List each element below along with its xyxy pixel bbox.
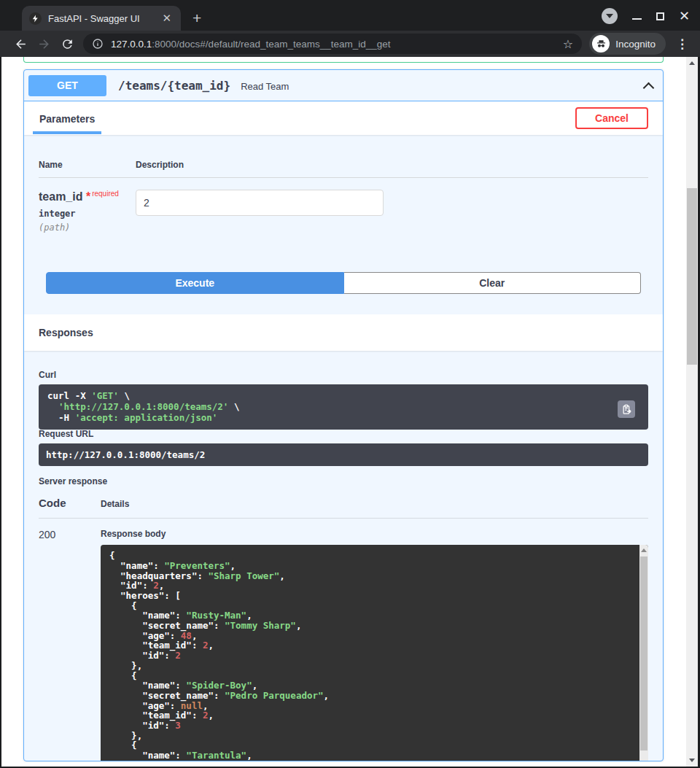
curl-command-block: curl -X 'GET' \ 'http://127.0.0.1:8000/t… [39, 384, 648, 430]
address-bar[interactable]: 127.0.0.1:8000/docs#/default/read_team_t… [83, 34, 582, 54]
tab-parameters[interactable]: Parameters [33, 102, 101, 134]
required-star: * [86, 190, 90, 203]
parameter-location: (path) [39, 222, 136, 233]
copy-to-clipboard-button[interactable] [618, 400, 635, 418]
incognito-label: Incognito [615, 39, 656, 50]
response-body-scrollbar[interactable] [639, 545, 648, 761]
parameter-name: team_id [39, 190, 82, 203]
response-body-label: Response body [101, 529, 648, 539]
window-close-icon[interactable]: ✕ [679, 9, 690, 23]
browser-chrome: FastAPI - Swagger UI ✕ + ✕ 127.0.0.1:800… [0, 0, 700, 57]
parameter-type: integer [39, 209, 136, 219]
name-column-header: Name [39, 160, 136, 170]
response-body-block: { "name": "Preventers", "headquarters": … [101, 545, 648, 761]
window-frame-left [0, 57, 1, 768]
forward-icon[interactable] [32, 32, 55, 55]
execute-button[interactable]: Execute [46, 272, 344, 294]
required-label: required [92, 190, 119, 198]
parameters-section-header: Parameters Cancel [24, 101, 663, 135]
page-scroll-up-icon[interactable] [689, 61, 695, 65]
cancel-button[interactable]: Cancel [575, 107, 648, 129]
tab-close-icon[interactable]: ✕ [160, 12, 174, 25]
maximize-icon[interactable] [656, 12, 664, 20]
opblock-get-read-team: GET /teams/{team_id} Read Team Parameter… [23, 69, 664, 761]
operation-path: /teams/{team_id} [118, 79, 230, 93]
tab-search-icon[interactable] [602, 8, 618, 24]
method-badge: GET [28, 75, 106, 96]
incognito-badge: Incognito [589, 33, 666, 55]
response-row: 200 Response body { "name": "Preventers"… [39, 519, 648, 761]
server-response-label: Server response [39, 476, 648, 486]
request-url-label: Request URL [39, 429, 648, 439]
clear-button[interactable]: Clear [344, 272, 642, 294]
menu-icon[interactable]: ⋮ [672, 36, 693, 52]
browser-tab[interactable]: FastAPI - Swagger UI ✕ [22, 6, 181, 31]
minimize-icon[interactable] [632, 18, 642, 20]
details-column-header: Details [101, 499, 129, 509]
incognito-icon [592, 35, 610, 53]
responses-body: Curl curl -X 'GET' \ 'http://127.0.0.1:8… [24, 351, 663, 761]
info-icon[interactable] [92, 38, 104, 50]
tab-title: FastAPI - Swagger UI [48, 13, 160, 24]
browser-toolbar: 127.0.0.1:8000/docs#/default/read_team_t… [0, 31, 700, 57]
star-icon[interactable]: ☆ [563, 37, 573, 51]
url-path: :8000/docs#/default/read_team_teams__tea… [152, 39, 390, 50]
parameter-row: team_id *required integer (path) [39, 178, 648, 233]
description-column-header: Description [136, 160, 184, 170]
response-status-code: 200 [39, 529, 101, 761]
chevron-up-icon[interactable] [643, 82, 655, 93]
responses-section-header: Responses [24, 314, 663, 351]
tab-strip: FastAPI - Swagger UI ✕ + ✕ [0, 0, 700, 31]
page-scrollbar-thumb[interactable] [687, 188, 697, 365]
operation-summary: Read Team [241, 79, 289, 92]
page-scrollbar[interactable] [686, 57, 698, 767]
request-url-value: http://127.0.0.1:8000/teams/2 [39, 443, 648, 466]
responses-title: Responses [39, 327, 93, 338]
new-tab-icon[interactable]: + [192, 10, 201, 26]
previous-operation-block[interactable] [23, 57, 664, 63]
fastapi-bolt-icon [29, 12, 42, 25]
page-scroll-down-icon[interactable] [689, 759, 695, 762]
response-scrollbar-thumb[interactable] [640, 556, 648, 750]
back-icon[interactable] [9, 32, 32, 55]
swagger-page: GET /teams/{team_id} Read Team Parameter… [0, 57, 700, 768]
url-host: 127.0.0.1 [111, 39, 152, 50]
execute-button-group: Execute Clear [46, 272, 641, 294]
team-id-input[interactable] [136, 190, 384, 216]
curl-label: Curl [39, 370, 648, 380]
url-text[interactable]: 127.0.0.1:8000/docs#/default/read_team_t… [111, 39, 563, 50]
reload-icon[interactable] [55, 32, 79, 55]
opblock-summary[interactable]: GET /teams/{team_id} Read Team [24, 70, 663, 101]
code-column-header: Code [39, 497, 101, 509]
scroll-up-icon[interactable] [641, 548, 647, 552]
parameters-table: Name Description team_id *required integ… [24, 135, 663, 314]
